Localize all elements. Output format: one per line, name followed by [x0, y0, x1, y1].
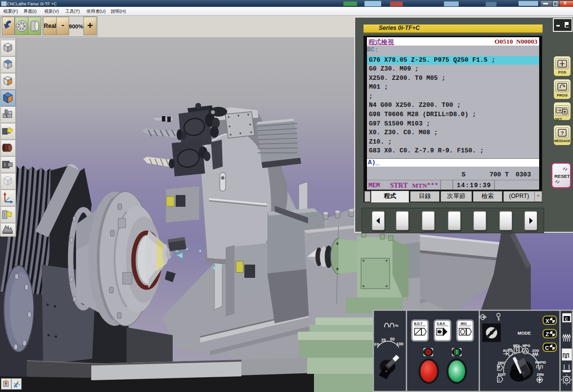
- svg-text:ZRN: ZRN: [537, 373, 544, 376]
- svg-text:MDI: MDI: [513, 344, 520, 347]
- svg-text:C: C: [565, 317, 568, 321]
- svg-text:MODE: MODE: [518, 331, 531, 336]
- svg-text:X: X: [546, 318, 549, 324]
- svg-text:S.B.K: S.B.K: [437, 322, 445, 325]
- svg-text:?: ?: [561, 130, 564, 136]
- svg-text:%: %: [395, 323, 398, 328]
- svg-text:50: 50: [390, 337, 395, 342]
- svg-text:x: x: [386, 369, 387, 372]
- svg-text:RESET: RESET: [554, 173, 570, 179]
- svg-text:M01: M01: [461, 322, 467, 325]
- svg-text:JOG: JOG: [532, 349, 539, 352]
- svg-text:MPG: MPG: [522, 344, 531, 347]
- svg-text:EDIT: EDIT: [498, 373, 506, 376]
- svg-text:OFS: OFS: [563, 107, 568, 109]
- svg-text:C: C: [545, 345, 549, 351]
- svg-text:Z: Z: [546, 331, 549, 337]
- svg-text:B.D.T: B.D.T: [414, 322, 422, 325]
- svg-text:2: 2: [498, 378, 500, 382]
